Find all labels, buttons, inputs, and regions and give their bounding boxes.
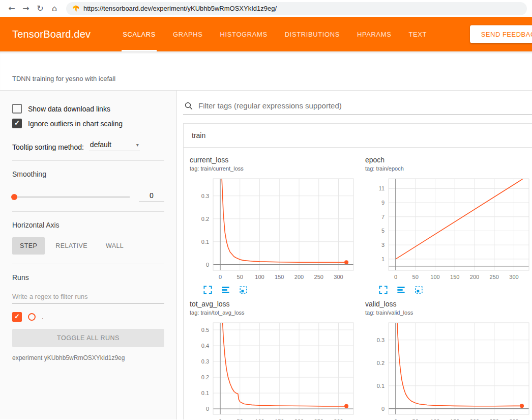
- toggle-all-runs-button[interactable]: TOGGLE ALL RUNS: [12, 329, 164, 347]
- svg-text:0.3: 0.3: [201, 193, 209, 199]
- fit-domain-icon[interactable]: [239, 285, 248, 295]
- svg-text:0.1: 0.1: [201, 390, 209, 396]
- svg-text:0.2: 0.2: [377, 360, 385, 366]
- chart-card: tot_avg_loss tag: train/tot_avg_loss 00.…: [190, 300, 363, 419]
- ignore-outliers-label: Ignore outliers in chart scaling: [28, 120, 123, 128]
- svg-text:50: 50: [237, 274, 243, 280]
- chart-title: valid_loss: [365, 300, 532, 308]
- chart-card: epoch tag: train/epoch 13579110501001502…: [365, 156, 532, 295]
- expand-icon[interactable]: [203, 285, 213, 295]
- svg-text:0.4: 0.4: [201, 343, 209, 349]
- expand-icon[interactable]: [378, 285, 388, 295]
- svg-text:0.2: 0.2: [201, 216, 209, 222]
- browser-toolbar: ← → ↻ ⌂ https://tensorboard.dev/experime…: [0, 0, 532, 17]
- tab-text[interactable]: TEXT: [408, 17, 428, 51]
- tensorboard-header: TensorBoard.dev SCALARS GRAPHS HISTOGRAM…: [0, 17, 532, 51]
- axis-relative-button[interactable]: RELATIVE: [48, 237, 95, 255]
- chart-plot-tot-avg-loss[interactable]: 00.10.20.30.40.5050100150200250300: [190, 320, 358, 419]
- svg-text:0: 0: [219, 274, 222, 280]
- run-name: .: [42, 313, 44, 321]
- group-header-train[interactable]: train: [184, 124, 532, 148]
- chart-title: tot_avg_loss: [190, 300, 363, 308]
- chart-plot-valid-loss[interactable]: 00.10.20.3050100150200250300: [365, 320, 532, 419]
- svg-text:150: 150: [450, 274, 459, 280]
- experiment-title-band: TDNN training for yesno with icefall: [0, 51, 532, 91]
- send-feedback-button[interactable]: SEND FEEDBACK: [470, 25, 532, 43]
- svg-text:3: 3: [381, 242, 385, 248]
- tab-scalars[interactable]: SCALARS: [122, 17, 157, 51]
- horizontal-axis-section: Horizontal Axis STEP RELATIVE WALL: [12, 212, 164, 264]
- general-settings-section: Show data download links Ignore outliers…: [12, 92, 164, 161]
- svg-text:11: 11: [379, 185, 385, 191]
- svg-text:300: 300: [509, 418, 518, 419]
- svg-text:0.5: 0.5: [201, 327, 209, 333]
- forward-icon[interactable]: →: [19, 4, 33, 13]
- tab-histograms[interactable]: HISTOGRAMS: [219, 17, 269, 51]
- chart-tag: tag: train/valid_loss: [365, 310, 532, 316]
- svg-text:200: 200: [294, 418, 304, 419]
- chart-plot-epoch[interactable]: 1357911050100150200250300: [365, 176, 532, 284]
- svg-text:0.1: 0.1: [377, 383, 385, 389]
- axis-step-button[interactable]: STEP: [12, 237, 45, 255]
- tab-distributions[interactable]: DISTRIBUTIONS: [284, 17, 341, 51]
- svg-text:100: 100: [430, 274, 439, 280]
- run-checkbox[interactable]: [12, 312, 22, 322]
- svg-text:200: 200: [470, 418, 479, 419]
- run-color-swatch-icon: [28, 313, 36, 321]
- search-icon: [184, 101, 193, 110]
- tab-hparams[interactable]: HPARAMS: [356, 17, 393, 51]
- svg-text:200: 200: [294, 274, 304, 280]
- svg-text:1: 1: [381, 256, 385, 262]
- svg-text:300: 300: [509, 274, 518, 280]
- chart-plot-current-loss[interactable]: 00.10.20.3050100150200250300: [190, 176, 358, 284]
- svg-text:50: 50: [237, 418, 243, 419]
- chart-title: current_loss: [190, 156, 363, 164]
- smoothing-value[interactable]: 0: [139, 191, 164, 202]
- axis-wall-button[interactable]: WALL: [98, 237, 131, 255]
- svg-text:250: 250: [490, 274, 499, 280]
- chevron-down-icon: ▾: [136, 142, 139, 148]
- scalars-content: train current_loss tag: train/current_lo…: [177, 91, 532, 419]
- horizontal-axis-label: Horizontal Axis: [12, 221, 164, 229]
- smoothing-slider-thumb[interactable]: [11, 194, 17, 200]
- runs-section: Runs . TOGGLE ALL RUNS experiment yKUbhb…: [12, 264, 164, 371]
- svg-text:0.3: 0.3: [201, 358, 209, 365]
- chart-title: epoch: [365, 156, 532, 164]
- run-row[interactable]: .: [12, 312, 164, 322]
- train-group-card: train current_loss tag: train/current_lo…: [183, 123, 532, 419]
- svg-text:0: 0: [394, 274, 397, 280]
- svg-text:250: 250: [490, 418, 499, 419]
- chart-tag: tag: train/epoch: [365, 165, 532, 172]
- reload-icon[interactable]: ↻: [34, 4, 47, 13]
- url-text: https://tensorboard.dev/experiment/yKUbh…: [83, 5, 277, 12]
- fit-domain-icon[interactable]: [414, 285, 424, 295]
- svg-text:0: 0: [381, 406, 385, 412]
- y-axis-toggle-icon[interactable]: [396, 285, 406, 295]
- charts-grid: current_loss tag: train/current_loss 00.…: [184, 148, 532, 419]
- home-icon[interactable]: ⌂: [48, 4, 61, 13]
- tab-graphs[interactable]: GRAPHS: [172, 17, 204, 51]
- ignore-outliers-checkbox[interactable]: [12, 119, 22, 128]
- back-icon[interactable]: ←: [5, 4, 18, 13]
- svg-text:0: 0: [219, 418, 222, 419]
- svg-text:0: 0: [206, 406, 209, 412]
- chart-card: valid_loss tag: train/valid_loss 00.10.2…: [365, 300, 532, 419]
- smoothing-section: Smoothing 0: [12, 161, 164, 212]
- chart-tag: tag: train/tot_avg_loss: [190, 310, 363, 316]
- tensorboard-logo: TensorBoard.dev: [12, 17, 91, 51]
- tag-filter-input[interactable]: [197, 101, 530, 110]
- show-download-links-label: Show data download links: [28, 105, 110, 113]
- svg-text:100: 100: [430, 418, 439, 419]
- svg-text:300: 300: [334, 274, 343, 280]
- svg-text:250: 250: [314, 274, 323, 280]
- svg-text:250: 250: [314, 418, 323, 419]
- svg-text:150: 150: [450, 418, 459, 419]
- smoothing-slider[interactable]: [12, 197, 130, 198]
- tooltip-sorting-dropdown[interactable]: default ▾: [89, 139, 140, 151]
- svg-text:0.3: 0.3: [377, 337, 385, 343]
- show-download-links-checkbox[interactable]: [12, 104, 22, 114]
- tooltip-sorting-value: default: [90, 141, 111, 149]
- y-axis-toggle-icon[interactable]: [221, 285, 230, 295]
- address-bar[interactable]: https://tensorboard.dev/experiment/yKUbh…: [66, 2, 527, 15]
- runs-filter-input[interactable]: [12, 289, 164, 304]
